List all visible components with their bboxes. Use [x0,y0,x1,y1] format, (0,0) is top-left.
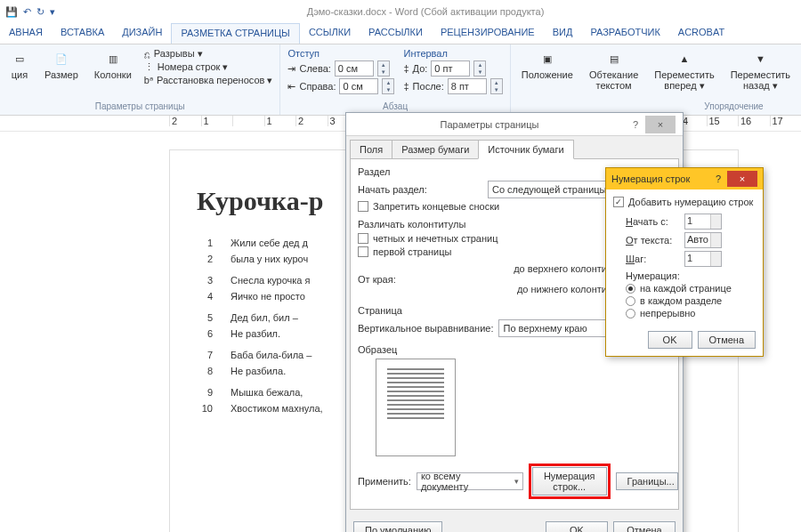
orientation-icon: ▭ [11,50,28,68]
columns-button[interactable]: ▥Колонки [91,48,135,86]
line-number: 1 [197,238,213,248]
ribbon: ▭ция 📄Размер ▥Колонки ⎌Разрывы ▾ ⋮Номера… [0,44,801,116]
section-start-select[interactable]: Со следующей страницы [488,181,624,198]
undo-icon[interactable]: ↶ [23,6,31,18]
breaks-icon: ⎌ [144,49,150,60]
apply-to-select[interactable]: ко всему документу [417,472,523,490]
dialog-tab-paper[interactable]: Размер бумаги [392,140,479,159]
stepper-arrows[interactable]: ▲▼ [473,60,486,77]
spacing-after[interactable]: ‡После:▲▼ [403,78,502,94]
ok-button[interactable]: OK [546,521,608,532]
line-number: 9 [197,387,213,398]
size-button[interactable]: 📄Размер [41,48,82,86]
help-icon[interactable]: ? [626,119,645,130]
breaks-menu[interactable]: ⎌Разрывы ▾ [144,48,273,60]
group-paragraph: Отступ ⇥Слева:▲▼ ⇤Справа:▲▼ Интервал ‡До… [280,44,510,115]
restart-each-section-radio[interactable]: в каждом разделе [626,295,756,306]
tab-developer[interactable]: РАЗРАБОТЧИК [581,23,668,44]
start-at-input[interactable]: 1 [684,214,722,230]
from-text-label: От текста: [626,235,679,246]
ruler-mark: 2 [295,116,328,126]
close-icon[interactable]: × [727,171,757,187]
group-label-paragraph: Абзац [287,100,502,111]
close-icon[interactable]: × [645,116,676,133]
add-line-numbering-checkbox[interactable]: ✓Добавить нумерацию строк [613,197,756,207]
tab-home[interactable]: АВНАЯ [0,23,52,44]
numbering-label: Нумерация: [626,270,756,281]
tab-references[interactable]: ССЫЛКИ [300,23,360,44]
before-icon: ‡ [403,63,409,74]
line-number: 8 [197,366,213,376]
line-text: Мышка бежала, [231,387,303,398]
from-edge-label: От края: [358,274,482,285]
valign-select[interactable]: По верхнему краю [498,319,614,337]
count-by-input[interactable]: 1 [684,251,722,267]
ruler-mark: 2 [169,116,201,126]
help-icon[interactable]: ? [709,173,727,184]
group-arrange: ▣Положение ▤Обтекание текстом ▲Перемести… [511,44,801,115]
group-label-arrange: Упорядочение [518,100,801,111]
dialog2-titlebar[interactable]: Нумерация строк ? × [606,168,763,189]
quick-access: 💾 ↶ ↻ ▾ [5,6,55,18]
line-numbers-button[interactable]: Нумерация строк... [532,467,607,496]
line-text: была у них куроч [231,254,308,264]
spacing-before-input[interactable] [431,60,470,77]
ok-button[interactable]: OK [648,331,692,349]
stepper-arrows[interactable]: ▲▼ [382,78,394,94]
tab-acrobat[interactable]: ACROBAT [669,23,733,44]
ruler-mark [232,116,264,126]
columns-icon: ▥ [104,50,122,68]
line-text: Не разбила. [231,366,286,376]
tab-design[interactable]: ДИЗАЙН [113,23,171,44]
dialog-tab-layout[interactable]: Источник бумаги [478,140,573,159]
cancel-button[interactable]: Отмена [698,331,756,349]
orientation-button[interactable]: ▭ция [7,48,32,86]
cancel-button[interactable]: Отмена [613,521,676,532]
tab-review[interactable]: РЕЦЕНЗИРОВАНИЕ [432,23,544,44]
tab-mailings[interactable]: РАССЫЛКИ [360,23,432,44]
restart-each-page-radio[interactable]: на каждой странице [626,283,756,294]
indent-right-input[interactable] [339,78,378,94]
stepper-arrows[interactable]: ▲▼ [377,60,390,77]
dialog-tab-margins[interactable]: Поля [350,140,392,159]
indent-left-input[interactable] [335,60,374,77]
position-button[interactable]: ▣Положение [518,48,577,93]
ruler-mark: 1 [264,116,296,126]
indent-right[interactable]: ⇤Справа:▲▼ [287,78,394,94]
dialog-titlebar[interactable]: Параметры страницы ? × [346,113,683,136]
spacing-after-input[interactable] [448,78,487,94]
radio-icon [626,296,635,306]
checkbox-icon [358,246,368,257]
bring-forward-button[interactable]: ▲Переместить вперед ▾ [651,48,717,93]
size-icon: 📄 [53,50,70,68]
redo-icon[interactable]: ↻ [36,6,44,18]
spacing-before[interactable]: ‡До:▲▼ [403,60,502,77]
group-label-page-setup: Параметры страницы [7,100,272,111]
tab-page-layout[interactable]: РАЗМЕТКА СТРАНИЦЫ [171,23,299,44]
hyphenation-menu[interactable]: bᵃРасстановка переносов ▾ [144,75,273,86]
borders-button[interactable]: Границы... [616,472,678,490]
valign-label: Вертикальное выравнивание: [358,323,493,334]
line-text: Жили себе дед д [231,238,308,248]
indent-right-icon: ⇤ [287,81,295,93]
checkbox-icon [358,201,368,212]
line-numbers-menu[interactable]: ⋮Номера строк ▾ [144,61,273,73]
continuous-radio[interactable]: непрерывно [626,308,756,318]
indent-left[interactable]: ⇥Слева:▲▼ [287,60,394,77]
stepper-arrows[interactable]: ▲▼ [490,78,503,94]
section-start-label: Начать раздел: [358,184,482,195]
default-button[interactable]: По умолчанию [353,521,442,532]
send-backward-button[interactable]: ▼Переместить назад ▾ [727,48,794,93]
backward-icon: ▼ [751,50,769,68]
forward-icon: ▲ [676,50,693,68]
tab-view[interactable]: ВИД [544,23,582,44]
wrap-text-button[interactable]: ▤Обтекание текстом [586,48,642,93]
indent-left-icon: ⇥ [287,63,295,75]
save-icon[interactable]: 💾 [5,6,18,18]
from-text-input[interactable]: Авто [684,232,722,248]
after-icon: ‡ [403,81,409,92]
tab-insert[interactable]: ВСТАВКА [52,23,113,44]
title-bar: 💾 ↶ ↻ ▾ Дэмо-сказки.docx - Word (Сбой ак… [0,0,801,23]
dialog2-title: Нумерация строк [611,173,709,184]
line-text: Снесла курочка я [231,275,310,286]
